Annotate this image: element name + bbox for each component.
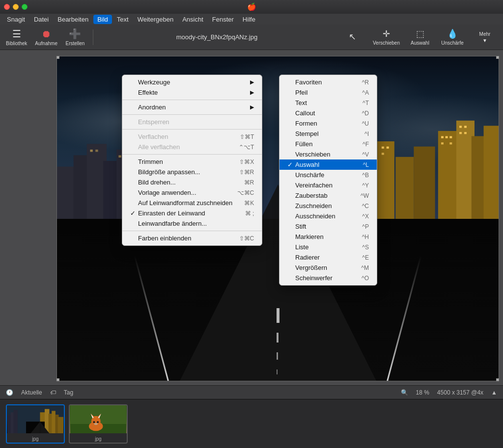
sub-liste[interactable]: Liste ^S (279, 242, 377, 252)
minimize-button[interactable] (13, 4, 19, 10)
plus-icon: ➕ (69, 28, 81, 40)
svg-rect-16 (464, 132, 467, 134)
menu-anordnen[interactable]: Anordnen ▶ (122, 102, 262, 112)
tag-label[interactable]: Tag (64, 389, 73, 396)
menu-fenster[interactable]: Fenster (208, 15, 238, 24)
menu-hilfe[interactable]: Hilfe (239, 15, 259, 24)
sub-favoriten[interactable]: Favoriten ^R (279, 77, 377, 87)
zoom-icon: 🔍 (401, 389, 408, 396)
mehr-label: Mehr (479, 31, 491, 37)
svg-rect-29 (118, 156, 121, 158)
menu-weitergeben[interactable]: Weitergeben (134, 15, 177, 24)
sub-pfeil[interactable]: Pfeil ^A (279, 87, 377, 98)
close-button[interactable] (4, 4, 10, 10)
tool-pointer[interactable]: ↖ (340, 31, 365, 43)
handle-br[interactable] (496, 378, 499, 381)
sep4 (122, 154, 262, 155)
sub-markieren[interactable]: Markieren ^H (279, 232, 377, 242)
handle-tl[interactable] (56, 56, 59, 59)
blur-icon: 💧 (447, 28, 458, 39)
sub-vereinfachen[interactable]: Vereinfachen ^Y (279, 180, 377, 190)
menu-werkzeuge[interactable]: Werkzeuge ▶ (122, 77, 262, 87)
file-title: moody-city_BNx2fpqANz.jpg (101, 33, 333, 41)
tool-verschieben[interactable]: ✛ Verschieben (373, 28, 400, 46)
svg-rect-14 (464, 126, 467, 128)
werkzeuge-submenu[interactable]: Favoriten ^R Pfeil ^A Text ^T Callout ^D… (279, 75, 377, 286)
menu-bildgroesse[interactable]: Bildgröße anpassen... ⇧⌘R (122, 167, 262, 177)
sub-auswahl[interactable]: ✓ Auswahl ^L (279, 159, 377, 170)
toolbar: ☰ Bibliothek ⏺ Aufnahme ➕ Erstellen mood… (0, 25, 503, 50)
menu-snagit[interactable]: Snagit (3, 15, 29, 24)
maximize-button[interactable] (22, 4, 28, 10)
menu-ansicht[interactable]: Ansicht (178, 15, 207, 24)
menu-text[interactable]: Text (113, 15, 133, 24)
thumb-fox-bg (70, 405, 127, 433)
toolbar-erstellen[interactable]: ➕ Erstellen (65, 28, 85, 46)
svg-point-52 (97, 421, 99, 423)
sub-text[interactable]: Text ^T (279, 98, 377, 108)
menu-farben[interactable]: Farben einblenden ⇧⌘C (122, 233, 262, 243)
menu-bild[interactable]: Bild (93, 15, 112, 24)
thumbnail-2[interactable]: jpg (69, 404, 128, 444)
sub-unschaerfe[interactable]: Unschärfe ^B (279, 170, 377, 180)
svg-rect-27 (90, 150, 92, 152)
svg-rect-37 (7, 415, 11, 433)
thumbnail-1[interactable]: jpg (6, 404, 65, 444)
toolbar-aufnahme[interactable]: ⏺ Aufnahme (35, 28, 57, 46)
erstellen-label: Erstellen (66, 41, 85, 46)
toolbar-tools: ↖ ✛ Verschieben ⬚ Auswahl 💧 Unschärfe Me… (340, 28, 497, 46)
sub-zuschneiden[interactable]: Zuschneiden ^C (279, 201, 377, 211)
menu-leinwand-zuschneiden[interactable]: Auf Leinwandformat zuschneiden ⌘K (122, 198, 262, 208)
tag-icon: 🏷 (50, 389, 56, 396)
tool-auswahl[interactable]: ⬚ Auswahl (408, 28, 432, 46)
svg-rect-18 (386, 147, 389, 149)
zoom-level: 18 % (416, 389, 429, 396)
sub-stempel[interactable]: Stempel ^I (279, 129, 377, 139)
menu-alle-verflachen: Alle verflachen ⌃⌥T (122, 142, 262, 152)
verschieben-label: Verschieben (373, 40, 400, 46)
sub-verschieben[interactable]: Verschieben ^V (279, 149, 377, 159)
menu-bild-drehen[interactable]: Bild drehen... ⌘R (122, 177, 262, 187)
apple-icon: 🍎 (247, 2, 256, 11)
handle-bl[interactable] (56, 378, 59, 381)
menu-trimmen[interactable]: Trimmen ⇧⌘X (122, 157, 262, 167)
menu-verflachen: Verflachen ⇧⌘T (122, 132, 262, 142)
tool-unschaerfe[interactable]: 💧 Unschärfe (440, 28, 465, 46)
menu-datei[interactable]: Datei (30, 15, 53, 24)
sep1 (122, 100, 262, 100)
tool-mehr[interactable]: Mehr ▼ (473, 31, 497, 43)
thumb-city-bg (7, 405, 64, 433)
sub-stift[interactable]: Stift ^P (279, 221, 377, 232)
sub-ausschneiden[interactable]: Ausschneiden ^X (279, 211, 377, 221)
record-icon: ⏺ (41, 28, 51, 40)
menu-leinwandfarbe[interactable]: Leinwandfarbe ändern... (122, 218, 262, 229)
bild-dropdown[interactable]: Werkzeuge ▶ Effekte ▶ Anordnen ▶ Entsper… (122, 75, 262, 246)
sub-vergroessern[interactable]: Vergrößern ^M (279, 263, 377, 273)
sub-formen[interactable]: Formen ^U (279, 118, 377, 129)
aktuelle-label[interactable]: Aktuelle (21, 389, 42, 396)
sub-fuellen[interactable]: Füllen ^F (279, 139, 377, 149)
handle-tr[interactable] (496, 56, 499, 59)
sub-zauberstab[interactable]: Zauberstab ^W (279, 190, 377, 201)
svg-rect-19 (381, 153, 384, 155)
svg-rect-9 (445, 136, 447, 138)
move-icon: ✛ (383, 28, 390, 39)
menu-bar: Snagit Datei Bearbeiten Bild Text Weiter… (0, 14, 503, 25)
svg-rect-33 (49, 414, 53, 433)
menu-einrasten[interactable]: ✓ Einrasten der Leinwand ⌘ ; (122, 208, 262, 218)
sidebar-icon: ☰ (12, 28, 21, 40)
thumb2-label: jpg (95, 436, 101, 442)
menu-bearbeiten[interactable]: Bearbeiten (54, 15, 92, 24)
sub-callout[interactable]: Callout ^D (279, 108, 377, 118)
toolbar-divider (93, 29, 93, 45)
status-right: 🔍 18 % 4500 x 3157 @4x ▲ (401, 389, 498, 396)
dimensions-arrow: ▲ (491, 389, 497, 396)
svg-rect-28 (95, 150, 98, 152)
sub-radierer[interactable]: Radierer ^E (279, 252, 377, 263)
sub-scheinwerfer[interactable]: Scheinwerfer ^O (279, 273, 377, 283)
unschaerfe-label: Unschärfe (441, 40, 464, 46)
menu-effekte[interactable]: Effekte ▶ (122, 87, 262, 98)
thumb1-label: jpg (32, 436, 38, 442)
toolbar-bibliothek[interactable]: ☰ Bibliothek (6, 28, 27, 46)
menu-vorlage[interactable]: Vorlage anwenden... ⌥⌘C (122, 187, 262, 198)
